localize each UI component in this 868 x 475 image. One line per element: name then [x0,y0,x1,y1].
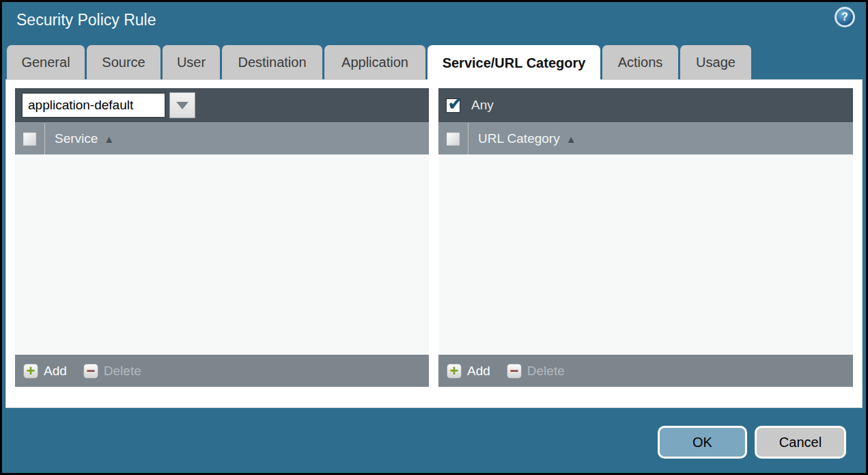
service-add-button[interactable]: + Add [23,364,67,379]
url-category-select-all-checkbox[interactable] [446,132,460,146]
sort-ascending-icon: ▲ [566,133,576,145]
ok-button[interactable]: OK [658,426,747,459]
url-category-panel-footer: + Add − Delete [438,355,853,387]
tab-actions[interactable]: Actions [602,45,678,79]
url-category-column-label: URL Category [478,131,560,146]
minus-icon: − [507,364,522,379]
minus-icon: − [83,364,98,379]
sort-ascending-icon: ▲ [104,133,114,145]
tab-application[interactable]: Application [324,45,425,79]
url-category-panel-toolbar: Any [438,88,853,122]
help-icon[interactable]: ? [835,7,855,27]
chevron-down-icon [176,102,188,109]
column-separator [468,123,468,155]
tab-content: application-default Service ▲ + [5,79,863,408]
tab-user[interactable]: User [163,45,220,79]
tab-service-url-category[interactable]: Service/URL Category [428,45,600,81]
url-category-panel: Any URL Category ▲ + Add − Delet [438,88,853,387]
tab-bar: General Source User Destination Applicat… [7,45,751,79]
url-category-list [438,154,853,355]
plus-icon: + [23,364,38,379]
url-category-delete-button[interactable]: − Delete [507,364,565,379]
service-type-input[interactable]: application-default [21,92,166,118]
service-panel-toolbar: application-default [15,88,429,122]
service-delete-button[interactable]: − Delete [83,364,141,379]
dialog-title: Security Policy Rule [16,11,156,29]
plus-icon: + [447,364,462,379]
service-panel-footer: + Add − Delete [15,355,429,387]
service-select-all-checkbox[interactable] [23,132,37,146]
any-label: Any [471,98,494,113]
tab-destination[interactable]: Destination [222,45,322,79]
service-column-label: Service [55,131,98,146]
security-policy-rule-dialog: Security Policy Rule ? General Source Us… [2,2,866,473]
column-separator [44,123,45,155]
tab-general[interactable]: General [7,45,85,79]
service-column-header[interactable]: Service ▲ [15,122,429,154]
service-type-combobox[interactable]: application-default [21,92,195,118]
cancel-button[interactable]: Cancel [755,426,846,459]
service-list [15,154,429,355]
tab-usage[interactable]: Usage [680,45,751,79]
any-checkbox[interactable] [446,98,460,113]
service-panel: application-default Service ▲ + [15,88,429,387]
url-category-add-button[interactable]: + Add [447,364,490,379]
screen: Security Policy Rule ? General Source Us… [0,0,868,475]
service-type-dropdown-button[interactable] [169,92,195,118]
url-category-column-header[interactable]: URL Category ▲ [438,122,853,154]
tab-source[interactable]: Source [87,45,160,79]
